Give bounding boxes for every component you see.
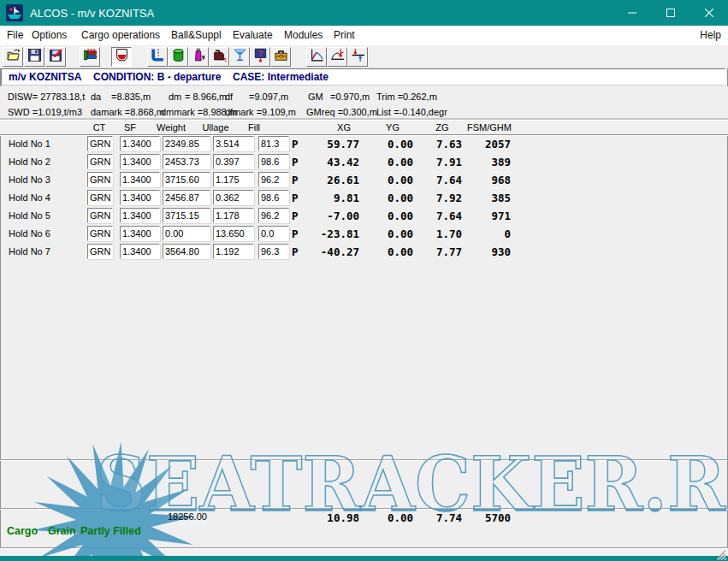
p-flag: P — [292, 156, 299, 168]
weight-input[interactable] — [163, 136, 210, 151]
toolbox-button[interactable] — [270, 47, 291, 67]
bottle-button[interactable] — [188, 47, 209, 67]
sf-input[interactable] — [120, 244, 160, 259]
hold-label: Hold No 5 — [9, 210, 50, 221]
xg-value: 26.61 — [305, 174, 359, 186]
status-bar-border — [0, 547, 728, 549]
condition-bar: m/v KOZNITSA CONDITION: B - departure CA… — [1, 68, 725, 86]
open-file-button[interactable] — [3, 47, 23, 67]
ballast-pipe-icon — [151, 48, 165, 66]
fill-input[interactable] — [258, 136, 289, 151]
ct-input[interactable] — [87, 208, 113, 223]
weight-input[interactable] — [163, 172, 210, 187]
tank-button[interactable] — [168, 47, 188, 67]
ct-input[interactable] — [87, 244, 113, 259]
query-icon: ? — [253, 48, 268, 66]
sounding-glass-button[interactable] — [229, 47, 250, 67]
condition-label: CONDITION: B - departure — [93, 71, 221, 83]
bottle-icon — [192, 48, 206, 66]
ct-input[interactable] — [87, 190, 113, 205]
hydrostatics-panel: DISW= 27783.18,tda=8.835,mdm= 8.966,mdf=… — [0, 86, 728, 120]
menu-item-modules[interactable]: Modules — [284, 26, 323, 45]
total-weight: 18256.00 — [168, 511, 207, 522]
zg-value: 7.64 — [411, 174, 462, 186]
fill-input[interactable] — [258, 190, 289, 205]
table-row: Hold No 1P59.770.007.632057 — [0, 136, 728, 153]
close-button[interactable] — [690, 0, 728, 26]
table-row: Hold No 7P-40.270.007.77930 — [0, 244, 728, 261]
menu-item-help[interactable]: Help — [700, 26, 721, 45]
fill-input[interactable] — [258, 154, 289, 169]
strength-chart-icon — [330, 48, 345, 66]
strength-chart-button[interactable] — [327, 47, 347, 67]
fill-input[interactable] — [258, 226, 289, 241]
window-title: ALCOS - m/v KOZNITSA — [30, 7, 154, 20]
sf-input[interactable] — [120, 208, 160, 223]
ullage-input[interactable] — [213, 154, 254, 169]
save-button[interactable] — [24, 47, 44, 67]
table-row: Hold No 5P-7.000.007.64971 — [0, 208, 728, 225]
table-header: CTSFWeightUllageFillXGYGZGFSM/GHM — [0, 120, 728, 135]
weight-input[interactable] — [163, 190, 210, 205]
ullage-input[interactable] — [213, 136, 254, 151]
desktop-strip — [0, 556, 728, 561]
menu-item-cargo-operations[interactable]: Cargo operations — [81, 26, 160, 45]
watermark-text: SEATRACKER.RU — [96, 446, 728, 509]
ullage-input[interactable] — [213, 226, 254, 241]
yg-value: 0.00 — [360, 210, 413, 222]
menu-item-file[interactable]: File — [7, 26, 23, 45]
ullage-input[interactable] — [213, 208, 254, 223]
cargo-plan-icon — [83, 48, 98, 66]
sf-input[interactable] — [120, 172, 160, 187]
maximize-button[interactable] — [651, 0, 690, 26]
fill-input[interactable] — [258, 172, 289, 187]
save-export-icon — [49, 48, 63, 66]
weight-input[interactable] — [163, 208, 210, 223]
ct-input[interactable] — [87, 226, 113, 241]
cargo-plan-button[interactable] — [80, 47, 100, 67]
watermark-sun — [0, 438, 244, 561]
totals-row: 18256.00 10.98 0.00 7.74 5700 — [0, 510, 728, 523]
fsm-value: 971 — [458, 210, 511, 222]
weight-input[interactable] — [163, 154, 210, 169]
sf-input[interactable] — [120, 154, 160, 169]
toolbar: ? — [0, 45, 728, 68]
sf-input[interactable] — [120, 226, 160, 241]
menu-item-options[interactable]: Options — [32, 26, 67, 45]
ullage-input[interactable] — [213, 172, 254, 187]
p-flag: P — [292, 138, 299, 151]
fsm-value: 0 — [458, 227, 511, 240]
ct-input[interactable] — [87, 154, 113, 169]
ship-hull-button[interactable] — [111, 47, 132, 67]
ct-input[interactable] — [87, 136, 113, 151]
weight-input[interactable] — [163, 226, 210, 241]
xg-value: 43.42 — [305, 156, 359, 168]
weight-input[interactable] — [163, 244, 210, 259]
xg-value: -40.27 — [305, 245, 359, 258]
ct-input[interactable] — [87, 172, 113, 187]
hydro-value: GM — [308, 92, 323, 102]
sf-input[interactable] — [120, 136, 160, 151]
menu-item-evaluate[interactable]: Evaluate — [233, 26, 273, 45]
resize-grip[interactable] — [716, 548, 726, 561]
ullage-input[interactable] — [213, 244, 254, 259]
hydro-value: damark =8.868,m — [91, 107, 164, 117]
save-export-button[interactable] — [45, 47, 66, 67]
ballast-pipe-button[interactable] — [147, 47, 168, 67]
menu-item-print[interactable]: Print — [334, 26, 355, 45]
fill-input[interactable] — [258, 208, 289, 223]
query-button[interactable]: ? — [250, 47, 270, 67]
stability-chart-button[interactable] — [306, 47, 327, 67]
draft-chart-button[interactable] — [347, 47, 368, 67]
case-label: CASE: Intermediate — [233, 71, 328, 83]
sf-input[interactable] — [120, 190, 160, 205]
menu-item-ball-suppl[interactable]: Ball&Suppl — [171, 26, 222, 45]
toolbox-icon — [274, 48, 288, 66]
ullage-input[interactable] — [213, 190, 254, 205]
minimize-button[interactable] — [613, 0, 651, 26]
yg-value: 0.00 — [360, 156, 413, 168]
fsm-value: 385 — [458, 192, 511, 204]
fill-input[interactable] — [258, 244, 289, 259]
fuel-button[interactable] — [209, 47, 229, 67]
ship-hull-icon — [115, 48, 129, 66]
